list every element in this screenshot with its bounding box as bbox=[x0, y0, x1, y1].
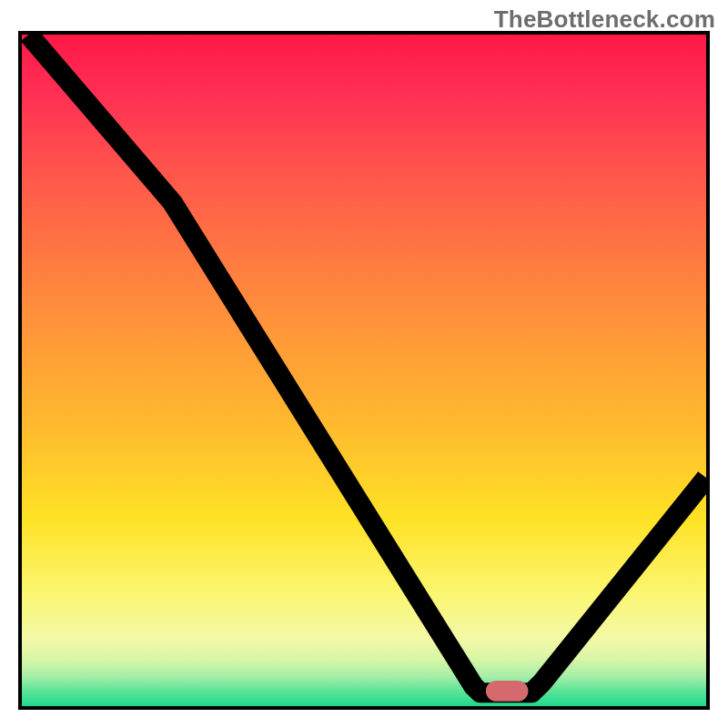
watermark-text: TheBottleneck.com bbox=[494, 5, 715, 34]
optimal-marker bbox=[486, 681, 529, 702]
chart-plot-area bbox=[22, 35, 706, 706]
